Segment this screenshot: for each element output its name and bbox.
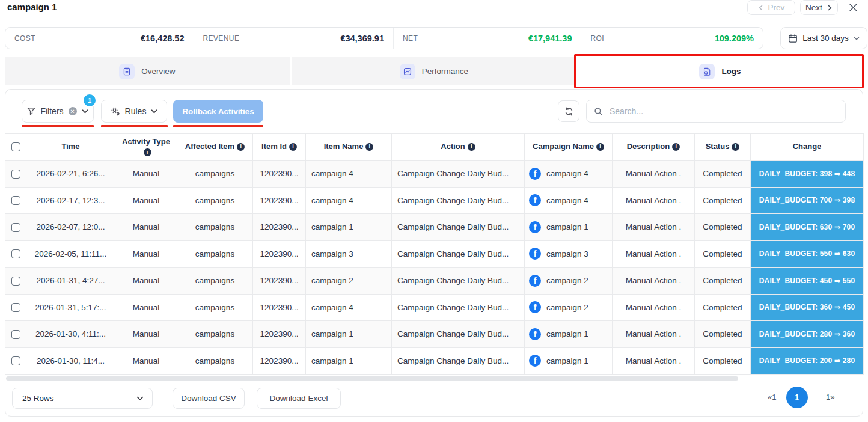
pagination-first[interactable]: «1 [768,393,776,402]
rows-per-page-select[interactable]: 25 Rows [12,388,153,409]
stat-revenue-label: REVENUE [203,34,240,43]
campaign-detail-window: campaign 1 Prev Next COST €16,428.52 REV… [0,0,868,422]
status-cell: Completed [695,214,751,241]
change-badge: DAILY_BUDGET: 550 ⇒ 630 [751,240,864,268]
campaign-name-label: campaign 2 [546,276,588,285]
refresh-button[interactable] [558,100,579,122]
campaign-name-cell: fcampaign 1 [525,321,613,348]
info-icon[interactable]: i [144,148,151,156]
horizontal-scrollbar[interactable] [6,376,738,381]
status-cell: Completed [695,240,751,268]
info-icon[interactable]: i [596,143,604,151]
logs-table: TimeActivity TypeiAffected ItemiItem Idi… [5,133,863,375]
close-icon[interactable] [848,2,859,13]
search-field [586,100,846,123]
facebook-icon: f [529,275,541,287]
tab-logs-label: Logs [721,67,741,76]
change-badge: DAILY_BUDGET: 700 ⇒ 398 [751,187,864,214]
filters-label: Filters [40,106,63,116]
campaign-name-label: campaign 4 [546,196,588,205]
description-cell: Manual Action . [613,268,695,295]
row-checkbox[interactable] [11,196,20,205]
refresh-icon [564,107,573,116]
item-name-cell: campaign 4 [306,161,392,188]
row-checkbox[interactable] [11,170,20,179]
column-header-affected_item: Affected Itemi [177,134,253,161]
row-checkbox[interactable] [11,356,20,365]
row-checkbox[interactable] [11,249,20,258]
overview-document-icon [119,64,135,79]
affected-item-cell: campaigns [177,321,253,348]
row-checkbox[interactable] [11,277,20,286]
rollback-activities-button[interactable]: Rollback Activities [173,100,263,123]
campaign-name-cell: fcampaign 2 [525,294,613,321]
affected-item-cell: campaigns [177,187,253,214]
table-row: 2026-02-07, 12:0...Manualcampaigns120239… [5,214,864,241]
stat-revenue-value: €34,369.91 [340,34,384,43]
download-csv-button[interactable]: Download CSV [173,388,245,409]
row-select-cell [5,214,26,241]
description-cell: Manual Action . [613,347,695,375]
info-icon[interactable]: i [672,143,680,151]
rules-button[interactable]: Rules [101,100,167,123]
time-cell: 2026-02-07, 12:0... [26,214,115,241]
next-button[interactable]: Next [800,0,838,15]
download-excel-button[interactable]: Download Excel [257,388,341,409]
row-select-cell [5,294,26,321]
status-cell: Completed [695,187,751,214]
table-row: 2026-02-05, 11:11...Manualcampaigns12023… [5,240,864,268]
search-icon [594,107,603,116]
tab-overview[interactable]: Overview [5,57,290,85]
column-header-campaign_name: Campaign Namei [525,134,613,161]
stats-bar: COST €16,428.52 REVENUE €34,369.91 NET €… [5,27,763,49]
clear-filters-icon[interactable] [69,107,77,115]
item-id-cell: 1202390... [253,187,306,214]
activity-type-cell: Manual [115,161,177,188]
change-badge: DAILY_BUDGET: 360 ⇒ 450 [751,294,864,321]
affected-item-cell: campaigns [177,161,253,188]
activity-type-cell: Manual [115,321,177,348]
facebook-icon: f [529,301,541,313]
row-select-cell [5,187,26,214]
chevron-down-icon [151,108,157,115]
description-cell: Manual Action . [613,161,695,188]
pagination-current-page[interactable]: 1 [786,387,808,408]
performance-chart-icon [400,64,415,79]
table-header-row: TimeActivity TypeiAffected ItemiItem Idi… [5,134,864,161]
activity-type-cell: Manual [115,268,177,295]
info-icon[interactable]: i [468,143,475,151]
info-icon[interactable]: i [237,143,245,151]
action-cell: Campaign Change Daily Bud... [392,214,525,241]
row-checkbox[interactable] [11,223,20,232]
column-header-description: Descriptioni [613,134,695,161]
campaign-name-cell: fcampaign 1 [525,214,613,241]
info-icon[interactable]: i [365,143,373,151]
tab-performance[interactable]: Performance [292,57,576,85]
column-header-time: Time [26,134,115,161]
chevron-right-icon [827,5,833,11]
description-cell: Manual Action . [613,187,695,214]
select-all-checkbox[interactable] [11,142,20,151]
activity-type-cell: Manual [115,347,177,375]
row-checkbox[interactable] [11,303,20,312]
info-icon[interactable]: i [289,143,297,151]
info-icon[interactable]: i [732,143,739,151]
campaign-name-label: campaign 4 [546,169,588,178]
pagination-last[interactable]: 1» [826,393,834,402]
prev-button[interactable]: Prev [747,0,795,15]
time-cell: 2026-01-30, 4:11:... [26,321,115,348]
campaign-name-cell: fcampaign 2 [525,268,613,295]
search-input[interactable] [608,106,838,117]
row-checkbox[interactable] [11,330,20,339]
time-cell: 2026-02-05, 11:11... [26,240,115,268]
row-select-cell [5,240,26,268]
chevron-left-icon [758,5,764,11]
stat-roi-value: 109.209% [715,34,754,43]
action-cell: Campaign Change Daily Bud... [392,321,525,348]
stat-net-value: €17,941.39 [528,34,572,43]
date-range-selector[interactable]: Last 30 days [780,27,867,49]
tab-logs[interactable]: Logs [577,57,863,85]
campaign-name-label: campaign 1 [546,356,588,365]
change-badge: DAILY_BUDGET: 630 ⇒ 700 [751,214,864,241]
time-cell: 2026-02-17, 12:3... [26,187,115,214]
